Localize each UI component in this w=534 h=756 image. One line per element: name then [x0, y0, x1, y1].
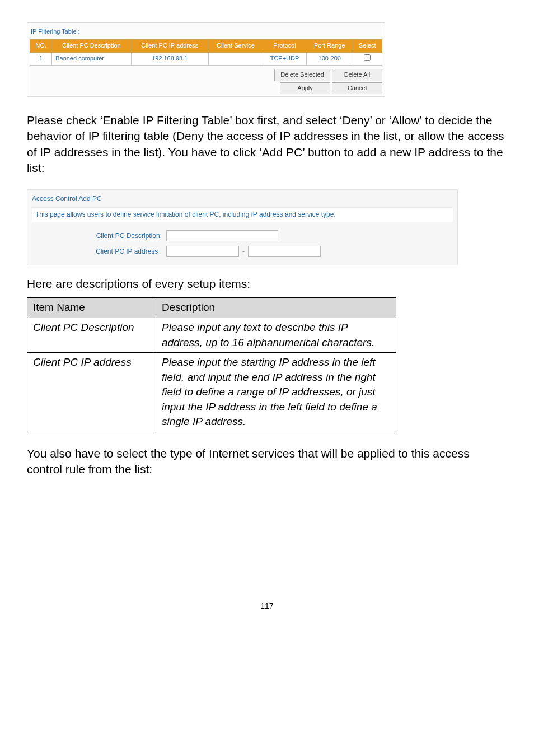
col-protocol: Protocol [263, 40, 307, 52]
ip-filtering-table-panel: IP Filtering Table : NO. Client PC Descr… [27, 22, 385, 97]
delete-all-button[interactable]: Delete All [332, 69, 382, 81]
col-no: NO. [30, 40, 52, 52]
table-row: Client PC IP address Please input the st… [27, 353, 396, 432]
add-pc-title: Access Control Add PC [32, 193, 453, 207]
paragraph-1: Please check ‘Enable IP Filtering Table’… [27, 113, 507, 176]
setup-items-table: Item Name Description Client PC Descript… [27, 297, 396, 432]
lead-2: Here are descriptions of every setup ite… [27, 276, 507, 292]
ip-separator: - [239, 247, 248, 256]
col-ip: Client PC IP address [131, 40, 208, 52]
table-row: 1 Banned computer 192.168.98.1 TCP+UDP 1… [30, 52, 382, 65]
cell-service [208, 52, 263, 65]
cancel-button[interactable]: Cancel [332, 82, 382, 94]
page-number: 117 [27, 601, 507, 612]
col-service: Client Service [208, 40, 263, 52]
cell-ip: 192.168.98.1 [131, 52, 208, 65]
cell-description: Please input any text to describe this I… [156, 318, 396, 352]
cell-item-name: Client PC IP address [27, 353, 156, 432]
delete-selected-button[interactable]: Delete Selected [274, 69, 330, 81]
ip-filtering-caption: IP Filtering Table : [30, 25, 382, 39]
cell-protocol: TCP+UDP [263, 52, 307, 65]
cell-no: 1 [30, 52, 52, 65]
apply-button[interactable]: Apply [280, 82, 330, 94]
col-desc: Client PC Description [52, 40, 131, 52]
cell-item-name: Client PC Description [27, 318, 156, 352]
paragraph-2: You also have to select the type of Inte… [27, 446, 507, 478]
col-portrange: Port Range [306, 40, 353, 52]
client-ip-end-input[interactable] [248, 246, 321, 257]
ip-filtering-table: NO. Client PC Description Client PC IP a… [30, 39, 382, 66]
add-pc-panel: Access Control Add PC This page allows u… [27, 189, 458, 265]
label-client-desc: Client PC Description: [65, 231, 166, 241]
cell-description: Please input the starting IP address in … [156, 353, 396, 432]
add-pc-description: This page allows users to define service… [32, 207, 453, 222]
row-client-desc: Client PC Description: [32, 228, 453, 244]
client-ip-start-input[interactable] [166, 246, 239, 257]
label-client-ip: Client PC IP address : [65, 247, 166, 256]
col-select: Select [353, 40, 382, 52]
row-client-ip: Client PC IP address : - [32, 244, 453, 259]
header-item-name: Item Name [27, 298, 156, 318]
cell-range: 100-200 [306, 52, 353, 65]
cell-desc: Banned computer [52, 52, 131, 65]
row-select-checkbox[interactable] [364, 54, 371, 61]
table-row: Client PC Description Please input any t… [27, 318, 396, 352]
client-desc-input[interactable] [166, 230, 278, 241]
header-description: Description [156, 298, 396, 318]
cell-select [353, 52, 382, 65]
ip-filtering-actions: Delete Selected Delete All Apply Cancel [30, 66, 382, 94]
